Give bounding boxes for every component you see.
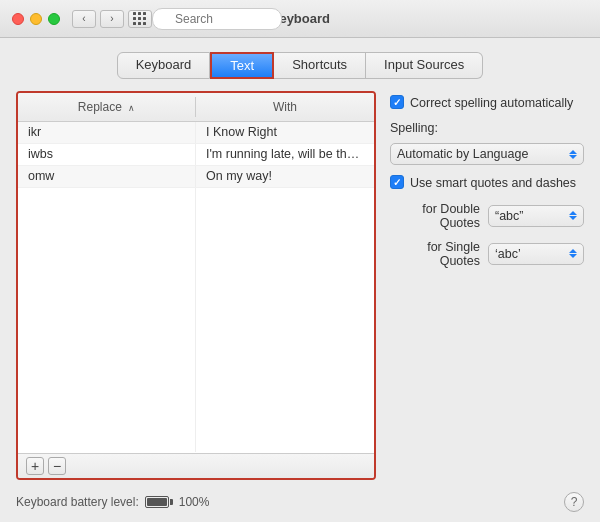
empty-row <box>18 232 374 254</box>
right-panel: Correct spelling automatically Spelling:… <box>390 91 584 480</box>
empty-row <box>18 276 374 298</box>
spelling-dropdown-section: Spelling: Automatic by Language <box>390 121 584 165</box>
battery-label: Keyboard battery level: <box>16 495 139 509</box>
smart-quotes-checkbox[interactable] <box>390 175 404 189</box>
title-bar: ‹ › Keyboard 🔍 <box>0 0 600 38</box>
correct-spelling-label: Correct spelling automatically <box>410 95 573 111</box>
correct-spelling-row: Correct spelling automatically <box>390 95 584 111</box>
table-row[interactable]: omw On my way! <box>18 166 374 188</box>
dropdown-arrow-single-icon <box>569 249 577 258</box>
sort-arrow-icon: ∧ <box>128 103 135 113</box>
grid-icon <box>133 12 147 26</box>
spelling-dropdown-value: Automatic by Language <box>397 147 528 161</box>
dropdown-arrow-double-icon <box>569 211 577 220</box>
empty-row <box>18 364 374 386</box>
double-quotes-dropdown[interactable]: “abc” <box>488 205 584 227</box>
cell-replace-2: omw <box>18 166 196 187</box>
col-with-header: With <box>196 97 374 117</box>
content-columns: Replace ∧ With ikr I Know Right iwbs I'm… <box>16 91 584 480</box>
empty-row <box>18 188 374 210</box>
cell-replace-0: ikr <box>18 122 196 143</box>
table-body: ikr I Know Right iwbs I'm running late, … <box>18 122 374 453</box>
table-footer: + − <box>18 453 374 478</box>
smart-quotes-label: Use smart quotes and dashes <box>410 175 576 191</box>
single-quotes-label: for Single Quotes <box>390 240 480 268</box>
tab-text[interactable]: Text <box>210 52 274 79</box>
double-quotes-row: for Double Quotes “abc” <box>390 202 584 230</box>
single-quotes-dropdown[interactable]: ‘abc’ <box>488 243 584 265</box>
remove-row-button[interactable]: − <box>48 457 66 475</box>
table-row[interactable]: ikr I Know Right <box>18 122 374 144</box>
nav-buttons: ‹ › <box>72 10 124 28</box>
tab-keyboard[interactable]: Keyboard <box>117 52 211 79</box>
empty-row <box>18 320 374 342</box>
spelling-section-label: Spelling: <box>390 121 584 135</box>
spelling-dropdown[interactable]: Automatic by Language <box>390 143 584 165</box>
empty-row <box>18 386 374 408</box>
empty-row <box>18 298 374 320</box>
col-replace-header: Replace ∧ <box>18 97 196 117</box>
main-content: Keyboard Text Shortcuts Input Sources Re… <box>0 38 600 522</box>
bottom-bar: Keyboard battery level: 100% ? <box>16 488 584 512</box>
empty-row <box>18 408 374 430</box>
tab-bar: Keyboard Text Shortcuts Input Sources <box>16 52 584 79</box>
search-wrapper: 🔍 <box>152 8 282 30</box>
cell-with-2: On my way! <box>196 166 374 187</box>
grid-button[interactable] <box>128 10 152 28</box>
traffic-lights <box>12 13 60 25</box>
single-quotes-value: ‘abc’ <box>495 247 521 261</box>
double-quotes-value: “abc” <box>495 209 523 223</box>
empty-row <box>18 342 374 364</box>
cell-with-0: I Know Right <box>196 122 374 143</box>
dropdown-arrow-icon <box>569 150 577 159</box>
add-row-button[interactable]: + <box>26 457 44 475</box>
tab-shortcuts[interactable]: Shortcuts <box>274 52 366 79</box>
search-input[interactable] <box>152 8 282 30</box>
empty-row <box>18 430 374 452</box>
tab-input-sources[interactable]: Input Sources <box>366 52 483 79</box>
single-quotes-row: for Single Quotes ‘abc’ <box>390 240 584 268</box>
close-button[interactable] <box>12 13 24 25</box>
empty-row <box>18 254 374 276</box>
correct-spelling-checkbox[interactable] <box>390 95 404 109</box>
battery-icon <box>145 496 173 508</box>
text-replacement-table: Replace ∧ With ikr I Know Right iwbs I'm… <box>16 91 376 480</box>
back-button[interactable]: ‹ <box>72 10 96 28</box>
battery-row: Keyboard battery level: 100% <box>16 495 209 509</box>
minimize-button[interactable] <box>30 13 42 25</box>
battery-percent: 100% <box>179 495 210 509</box>
help-button[interactable]: ? <box>564 492 584 512</box>
cell-with-1: I'm running late, will be the... <box>196 144 374 165</box>
forward-button[interactable]: › <box>100 10 124 28</box>
empty-row <box>18 210 374 232</box>
smart-quotes-row: Use smart quotes and dashes <box>390 175 584 191</box>
table-header: Replace ∧ With <box>18 93 374 122</box>
double-quotes-label: for Double Quotes <box>390 202 480 230</box>
maximize-button[interactable] <box>48 13 60 25</box>
table-row[interactable]: iwbs I'm running late, will be the... <box>18 144 374 166</box>
cell-replace-1: iwbs <box>18 144 196 165</box>
